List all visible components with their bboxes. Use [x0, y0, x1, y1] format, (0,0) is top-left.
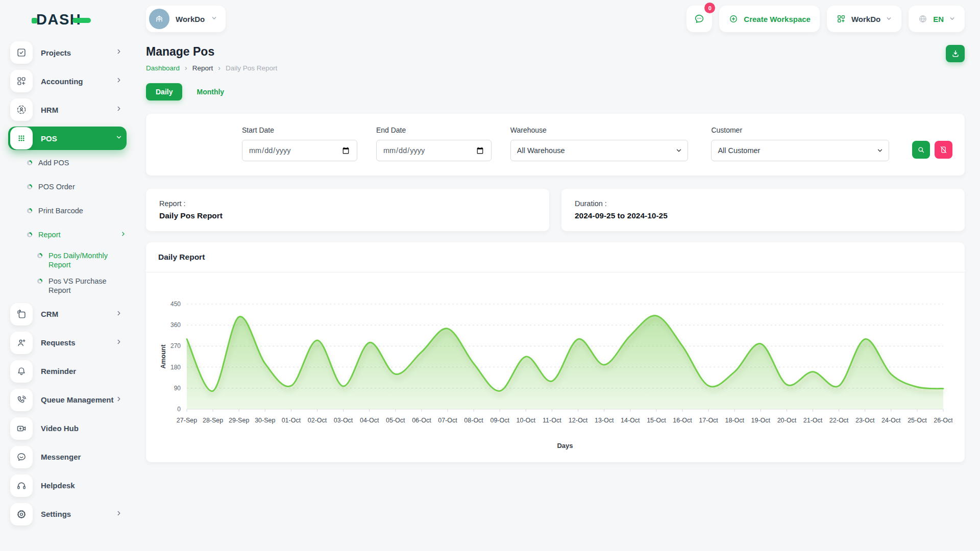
messages-count-badge: 0 [704, 3, 715, 13]
svg-text:90: 90 [174, 385, 181, 392]
page-content: Manage Pos Dashboard›Report›Daily Pos Re… [138, 34, 980, 462]
svg-text:27-Sep: 27-Sep [177, 417, 197, 424]
sidebar-item-label: Helpdesk [41, 481, 122, 490]
company-menu-button[interactable]: WorkDo [827, 6, 901, 32]
sidebar-subitem-add-pos[interactable]: Add POS [27, 155, 127, 170]
main-column: WorkDo 0 Create Workspace [138, 0, 980, 551]
sidebar-submenu: Pos Daily/Monthly Report Pos VS Purchase… [27, 251, 127, 295]
language-menu-button[interactable]: EN [909, 6, 965, 32]
download-button[interactable] [946, 45, 965, 62]
start-date-field: Start Date [242, 126, 357, 161]
duration-value: 2024-09-25 to 2024-10-25 [575, 211, 951, 220]
customer-select[interactable]: All Customer [711, 140, 889, 161]
svg-text:18-Oct: 18-Oct [725, 417, 744, 424]
messages-button[interactable]: 0 [687, 6, 712, 32]
search-button[interactable] [912, 141, 930, 159]
report-summary-card: Report : Daily Pos Report [146, 189, 549, 231]
filter-card: Start Date End Date Warehouse All Wareho… [146, 114, 965, 176]
sidebar-item-label: HRM [41, 106, 115, 114]
tab-daily[interactable]: Daily [146, 83, 182, 101]
customer-field: Customer All Customer [711, 126, 889, 161]
create-workspace-label: Create Workspace [744, 15, 811, 23]
headset-icon [16, 480, 27, 491]
bell-icon [16, 366, 27, 377]
svg-text:15-Oct: 15-Oct [647, 417, 666, 424]
crm-icon [16, 309, 27, 320]
sidebar-item-helpdesk[interactable]: Helpdesk [8, 474, 127, 497]
sidebar-item-label: Video Hub [41, 424, 122, 433]
sidebar-subitem-pos-daily-monthly-report[interactable]: Pos Daily/Monthly Report [37, 251, 127, 269]
svg-text:270: 270 [170, 342, 181, 349]
video-plus-icon [16, 423, 27, 434]
page-header: Manage Pos Dashboard›Report›Daily Pos Re… [146, 45, 965, 72]
warehouse-select[interactable]: All Warehouse [510, 140, 689, 161]
sidebar-subitem-pos-order[interactable]: POS Order [27, 179, 127, 194]
sidebar-nav: Projects Accounting HRM POS Add POS POS … [8, 41, 127, 526]
svg-text:12-Oct: 12-Oct [569, 417, 588, 424]
sidebar-submenu: Add POS POS Order Print Barcode Report P… [8, 155, 127, 295]
search-icon [917, 145, 925, 154]
breadcrumb-separator: › [185, 64, 187, 72]
svg-text:11-Oct: 11-Oct [543, 417, 561, 424]
breadcrumb-dashboard[interactable]: Dashboard [146, 64, 180, 72]
sidebar-item-video-hub[interactable]: Video Hub [8, 417, 127, 440]
svg-text:17-Oct: 17-Oct [699, 417, 718, 424]
sidebar-item-requests[interactable]: Requests [8, 331, 127, 355]
grid-plus-icon [16, 76, 27, 87]
svg-text:19-Oct: 19-Oct [751, 417, 771, 424]
reset-button[interactable] [935, 141, 952, 159]
svg-text:08-Oct: 08-Oct [464, 417, 483, 424]
svg-text:29-Sep: 29-Sep [229, 417, 249, 424]
sidebar-item-label: Settings [41, 510, 115, 518]
sidebar-item-messenger[interactable]: Messenger [8, 445, 127, 469]
bullet-icon [37, 253, 42, 258]
topbar: WorkDo 0 Create Workspace [138, 0, 980, 34]
create-workspace-button[interactable]: Create Workspace [719, 6, 820, 32]
sidebar-item-queue-management[interactable]: Queue Management [8, 388, 127, 412]
person-dashed-icon [16, 104, 27, 115]
chevron-down-icon [211, 15, 217, 23]
svg-text:26-Oct: 26-Oct [934, 417, 952, 424]
report-tabs: DailyMonthly [146, 83, 965, 101]
sidebar-subitem-report[interactable]: Report [27, 227, 127, 242]
sidebar-subitem-label: Pos Daily/Monthly Report [48, 251, 125, 269]
sidebar-icon-tile [10, 70, 33, 92]
dots-grid-icon [16, 133, 27, 144]
gear-icon [16, 509, 27, 520]
sidebar-item-crm[interactable]: CRM [8, 303, 127, 326]
chevron-down-icon [949, 15, 955, 23]
tab-monthly[interactable]: Monthly [197, 83, 224, 101]
sidebar-subitem-pos-vs-purchase-report[interactable]: Pos VS Purchase Report [37, 277, 127, 295]
sidebar-subitem-label: POS Order [38, 182, 127, 191]
chat-bubble-icon [693, 13, 705, 25]
bullet-icon [27, 184, 32, 189]
person-plus-icon [16, 337, 27, 348]
svg-text:13-Oct: 13-Oct [595, 417, 614, 424]
building-icon [154, 13, 165, 24]
filter-actions [912, 141, 952, 159]
chevron-down-icon [115, 134, 122, 143]
brand-logo[interactable]: DASH [32, 7, 127, 32]
sidebar-item-label: Projects [41, 48, 115, 57]
sidebar-item-reminder[interactable]: Reminder [8, 360, 127, 383]
breadcrumb-separator: › [218, 64, 220, 72]
bullet-icon [27, 232, 32, 237]
warehouse-label: Warehouse [510, 126, 689, 134]
workspace-selector[interactable]: WorkDo [146, 6, 226, 32]
sidebar-icon-tile [10, 332, 33, 354]
sidebar-subitem-print-barcode[interactable]: Print Barcode [27, 203, 127, 218]
svg-text:22-Oct: 22-Oct [829, 417, 849, 424]
sidebar-item-settings[interactable]: Settings [8, 503, 127, 526]
chat-icon [16, 452, 27, 463]
end-date-input[interactable] [376, 140, 492, 161]
warehouse-field: Warehouse All Warehouse [510, 126, 689, 161]
language-code: EN [933, 15, 944, 23]
plus-circle-icon [728, 14, 739, 24]
sidebar-item-hrm[interactable]: HRM [8, 98, 127, 121]
sidebar-item-projects[interactable]: Projects [8, 41, 127, 64]
start-date-input[interactable] [242, 140, 357, 161]
company-name: WorkDo [851, 15, 880, 23]
sidebar-item-pos[interactable]: POS [8, 127, 127, 150]
svg-text:360: 360 [170, 321, 181, 329]
sidebar-item-accounting[interactable]: Accounting [8, 69, 127, 93]
